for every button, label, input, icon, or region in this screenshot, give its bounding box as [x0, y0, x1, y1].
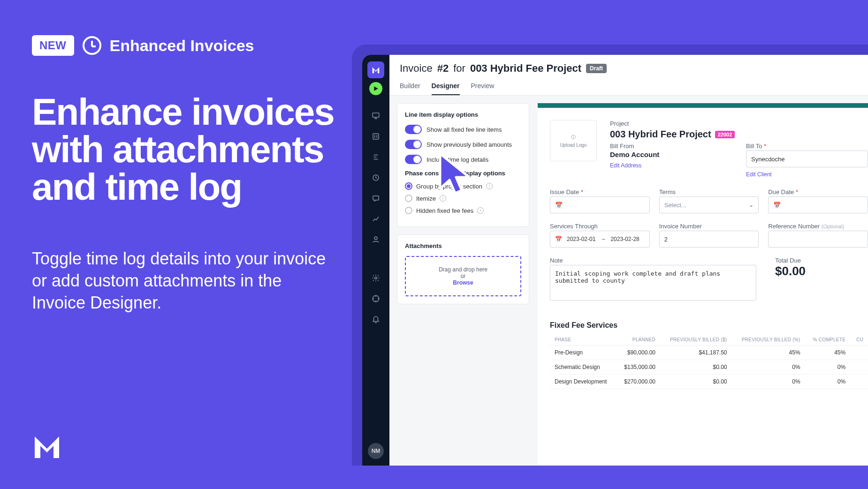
- bill-from-label: Bill From: [610, 143, 732, 150]
- table-cell: $270,000.00: [617, 375, 660, 389]
- fixed-fee-table: PHASE PLANNED PREVIOUSLY BILLED ($) PREV…: [550, 334, 868, 389]
- arrow-right-icon: →: [600, 236, 606, 242]
- terms-select[interactable]: Select... ⌄: [659, 196, 759, 213]
- toggle-time-log[interactable]: [405, 155, 422, 164]
- issue-date-input[interactable]: 📅: [550, 196, 650, 213]
- svg-point-5: [375, 277, 377, 279]
- info-icon[interactable]: i: [440, 195, 446, 202]
- table-row[interactable]: Design Development$270,000.00$0.000%0%: [550, 375, 868, 389]
- project-code-badge: 22002: [715, 131, 735, 138]
- th-planned: PLANNED: [617, 334, 660, 346]
- attachments-dropzone[interactable]: Drag and drop here or Browse: [405, 256, 521, 296]
- dropzone-or: or: [411, 273, 516, 279]
- note-textarea[interactable]: [550, 265, 756, 301]
- title-invoice-number: #2: [437, 62, 449, 75]
- terms-label: Terms: [659, 188, 759, 196]
- table-cell: 0%: [732, 360, 805, 375]
- th-prev-pct: PREVIOUSLY BILLED (%): [732, 334, 805, 346]
- upload-logo-label: Upload Logo: [560, 143, 587, 148]
- sidenav-logo-icon[interactable]: [367, 61, 384, 78]
- line-item-options-card: Line item display options Show all fixed…: [397, 103, 529, 227]
- toggle-fixed-fee[interactable]: [405, 125, 422, 134]
- svg-rect-3: [373, 196, 379, 200]
- promo-headline: Enhance invoices with attachments and ti…: [32, 93, 337, 206]
- sidenav-avatar[interactable]: NM: [368, 443, 384, 459]
- table-cell: $135,000.00: [617, 360, 660, 375]
- toggle-fixed-fee-label: Show all fixed fee line items: [426, 126, 502, 133]
- radio-hidden-fees[interactable]: [405, 207, 412, 214]
- svg-rect-0: [373, 113, 379, 117]
- app-frame: NM Invoice #2 for 003 Hybrid Fee Project…: [352, 45, 868, 466]
- calendar-icon: 📅: [555, 202, 563, 209]
- title-prefix: Invoice: [400, 62, 433, 75]
- edit-client-link[interactable]: Edit Client: [746, 171, 772, 178]
- table-cell: [850, 346, 868, 360]
- th-prev-dollar: PREVIOUSLY BILLED ($): [660, 334, 731, 346]
- radio-itemize[interactable]: [405, 195, 412, 202]
- table-cell: $90,000.00: [617, 346, 660, 360]
- sidenav-list-icon[interactable]: [367, 149, 384, 166]
- invoice-number-label: Invoice Number: [659, 223, 759, 230]
- title-project: 003 Hybrid Fee Project: [470, 62, 581, 75]
- reference-label: Reference Number: [768, 223, 820, 230]
- project-name: 003 Hybrid Fee Project: [610, 129, 711, 140]
- sidenav-chart-icon[interactable]: [367, 211, 384, 227]
- th-phase: PHASE: [550, 334, 617, 346]
- bill-to-input[interactable]: Synecdoche: [746, 150, 868, 167]
- radio-group-by-section-label: Group by project section: [416, 183, 482, 190]
- table-cell: $41,187.50: [660, 346, 731, 360]
- issue-date-label: Issue Date: [550, 188, 579, 196]
- app-window: NM Invoice #2 for 003 Hybrid Fee Project…: [362, 55, 868, 466]
- sidenav-bell-icon[interactable]: [367, 311, 384, 328]
- sidenav-chat-icon[interactable]: [367, 190, 384, 207]
- info-icon[interactable]: i: [477, 207, 484, 214]
- table-cell: Schematic Design: [550, 360, 617, 375]
- info-icon[interactable]: i: [486, 183, 493, 189]
- invoice-number-value: 2: [664, 236, 668, 243]
- tab-preview[interactable]: Preview: [471, 82, 495, 95]
- attachments-title: Attachments: [405, 242, 521, 249]
- line-item-options-title: Line item display options: [405, 111, 521, 118]
- page-title: Invoice #2 for 003 Hybrid Fee Project Dr…: [400, 62, 858, 75]
- bill-to-value: Synecdoche: [751, 156, 785, 163]
- services-through-input[interactable]: 📅 2023-02-01 → 2023-02-28: [550, 231, 650, 248]
- table-cell: 0%: [805, 360, 851, 375]
- dropzone-text: Drag and drop here: [411, 266, 516, 273]
- sidenav-gear-icon[interactable]: [367, 270, 384, 286]
- table-row[interactable]: Pre-Design$90,000.00$41,187.5045%45%: [550, 346, 868, 360]
- svg-point-4: [374, 237, 377, 240]
- edit-address-link[interactable]: Edit Address: [610, 162, 641, 169]
- table-row[interactable]: Schematic Design$135,000.00$0.000%0%: [550, 360, 868, 375]
- invoice-document: ⓘ Upload Logo Project 003 Hybrid Fee Pro…: [538, 108, 868, 466]
- dropzone-browse-link[interactable]: Browse: [411, 279, 516, 286]
- page-header: Invoice #2 for 003 Hybrid Fee Project Dr…: [389, 55, 868, 75]
- clock-icon: [83, 36, 101, 55]
- attachments-card: Attachments Drag and drop here or Browse: [397, 234, 529, 304]
- due-date-input[interactable]: 📅: [768, 196, 868, 213]
- due-date-label: Due Date: [768, 188, 794, 196]
- tab-designer[interactable]: Designer: [432, 82, 460, 95]
- invoice-number-input[interactable]: 2: [659, 231, 759, 248]
- th-cu: CU: [850, 334, 868, 346]
- radio-group-by-section[interactable]: [405, 182, 412, 190]
- tab-builder[interactable]: Builder: [400, 82, 420, 95]
- promo-panel: NEW Enhanced Invoices Enhance invoices w…: [32, 35, 337, 314]
- sidenav: NM: [362, 55, 389, 466]
- toggle-prev-billed[interactable]: [405, 140, 422, 149]
- sidenav-help-icon[interactable]: [367, 290, 384, 307]
- fixed-fee-section-title: Fixed Fee Services: [550, 321, 868, 330]
- sidenav-user-icon[interactable]: [367, 231, 384, 248]
- upload-logo-button[interactable]: ⓘ Upload Logo: [550, 120, 597, 161]
- title-mid: for: [453, 62, 465, 75]
- reference-optional: (Optional): [822, 224, 844, 229]
- sidenav-play-icon[interactable]: [369, 82, 382, 95]
- brand-logo-icon: [32, 431, 62, 461]
- calendar-icon: 📅: [555, 236, 562, 242]
- sidenav-monitor-icon[interactable]: [367, 107, 384, 124]
- toggle-time-log-label: Include time log details: [426, 156, 488, 163]
- sidenav-clock-icon[interactable]: [367, 169, 384, 186]
- table-cell: 45%: [732, 346, 805, 360]
- reference-input[interactable]: [768, 231, 868, 248]
- sidenav-grid-icon[interactable]: [367, 128, 384, 145]
- chevron-down-icon: ⌄: [749, 202, 754, 208]
